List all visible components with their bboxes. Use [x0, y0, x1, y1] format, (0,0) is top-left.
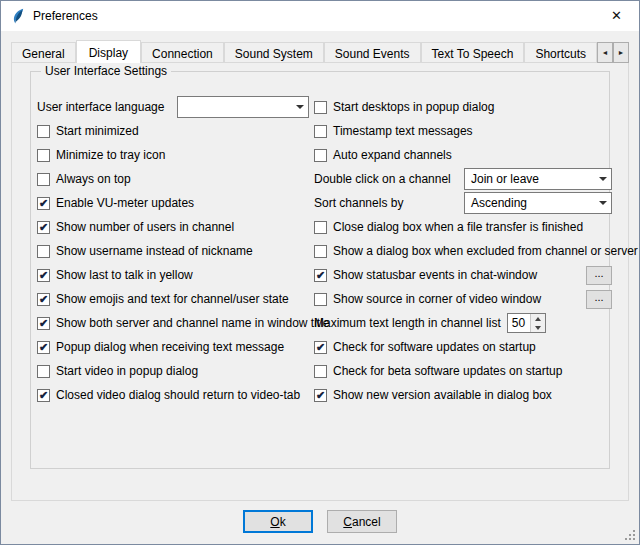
sort-channels-value: Ascending — [465, 196, 594, 210]
checkbox-box — [314, 125, 327, 138]
language-label: User interface language — [37, 100, 164, 114]
max-text-length-row: Maximum text length in channel list 50 — [314, 311, 612, 335]
checkbox-label: Auto expand channels — [333, 148, 452, 162]
checkbox-label: Enable VU-meter updates — [56, 196, 194, 210]
sort-channels-row: Sort channels by Ascending — [314, 191, 612, 215]
right-column: Start desktops in popup dialog Timestamp… — [314, 95, 612, 407]
tab-display[interactable]: Display — [76, 40, 141, 63]
checkbox-vu-meter-updates[interactable]: ✔ Enable VU-meter updates — [37, 191, 309, 215]
checkbox-last-talk-yellow[interactable]: ✔ Show last to talk in yellow — [37, 263, 309, 287]
checkbox-label: Check for software updates on startup — [333, 340, 536, 354]
max-text-length-value: 50 — [508, 314, 530, 332]
checkbox-box — [314, 149, 327, 162]
double-click-value: Join or leave — [465, 172, 594, 186]
tab-text-to-speech[interactable]: Text To Speech — [421, 42, 525, 63]
checkbox-auto-expand-channels[interactable]: Auto expand channels — [314, 143, 612, 167]
checkbox-always-on-top[interactable]: Always on top — [37, 167, 309, 191]
checkbox-label: Start video in popup dialog — [56, 364, 198, 378]
tab-bar: General Display Connection Sound System … — [11, 40, 599, 63]
checkbox-statusbar-events[interactable]: ✔ Show statusbar events in chat-window .… — [314, 263, 612, 287]
tab-general[interactable]: General — [11, 42, 76, 63]
checkbox-show-user-count[interactable]: ✔ Show number of users in channel — [37, 215, 309, 239]
checkbox-timestamp-messages[interactable]: Timestamp text messages — [314, 119, 612, 143]
tab-sound-system[interactable]: Sound System — [224, 42, 324, 63]
statusbar-events-more-button[interactable]: ... — [586, 266, 612, 285]
checkbox-label: Show source in corner of video window — [333, 292, 541, 306]
left-column: User interface language Start minimized … — [37, 95, 309, 407]
ok-button[interactable]: Ok — [243, 510, 313, 533]
checkbox-show-username[interactable]: Show username instead of nickname — [37, 239, 309, 263]
checkbox-box: ✔ — [37, 293, 50, 306]
checkbox-minimize-to-tray[interactable]: Minimize to tray icon — [37, 143, 309, 167]
double-click-label: Double click on a channel — [314, 172, 451, 186]
tab-shortcuts[interactable]: Shortcuts — [524, 42, 597, 63]
language-select[interactable] — [177, 96, 309, 118]
checkbox-label: Show new version available in dialog box — [333, 388, 552, 402]
checkbox-close-on-transfer[interactable]: Close dialog box when a file transfer is… — [314, 215, 612, 239]
checkbox-label: Show emojis and text for channel/user st… — [56, 292, 289, 306]
checkbox-box: ✔ — [37, 317, 50, 330]
chevron-down-icon — [291, 105, 308, 109]
checkbox-label: Show both server and channel name in win… — [56, 316, 330, 330]
checkbox-check-beta-updates[interactable]: Check for beta software updates on start… — [314, 359, 612, 383]
checkbox-label: Show last to talk in yellow — [56, 268, 193, 282]
checkbox-label: Show username instead of nickname — [56, 244, 253, 258]
checkbox-label: Start desktops in popup dialog — [333, 100, 494, 114]
checkbox-desktops-popup[interactable]: Start desktops in popup dialog — [314, 95, 612, 119]
checkbox-video-popup[interactable]: Start video in popup dialog — [37, 359, 309, 383]
double-click-select[interactable]: Join or leave — [464, 168, 612, 190]
tab-sound-events[interactable]: Sound Events — [324, 42, 421, 63]
checkbox-label: Close dialog box when a file transfer is… — [333, 220, 583, 234]
sort-channels-label: Sort channels by — [314, 196, 403, 210]
checkbox-show-emojis[interactable]: ✔ Show emojis and text for channel/user … — [37, 287, 309, 311]
checkbox-label: Minimize to tray icon — [56, 148, 165, 162]
tab-scroll-left-icon[interactable]: ◄ — [597, 42, 613, 63]
ok-button-label: Ok — [270, 515, 285, 529]
checkbox-box — [314, 245, 327, 258]
checkbox-box — [314, 293, 327, 306]
checkbox-box: ✔ — [314, 269, 327, 282]
cancel-button[interactable]: Cancel — [327, 510, 397, 533]
checkbox-box — [37, 365, 50, 378]
tab-connection[interactable]: Connection — [141, 42, 224, 63]
checkbox-box: ✔ — [314, 341, 327, 354]
titlebar[interactable]: Preferences ✕ — [1, 1, 639, 31]
checkbox-closed-video-return[interactable]: ✔ Closed video dialog should return to v… — [37, 383, 309, 407]
checkbox-start-minimized[interactable]: Start minimized — [37, 119, 309, 143]
checkbox-box — [37, 125, 50, 138]
checkbox-box: ✔ — [37, 269, 50, 282]
spin-up-icon[interactable] — [531, 314, 545, 323]
max-text-length-spinner[interactable]: 50 — [507, 313, 546, 333]
checkbox-box — [314, 101, 327, 114]
checkbox-popup-text-message[interactable]: ✔ Popup dialog when receiving text messa… — [37, 335, 309, 359]
tab-scroll-right-icon[interactable]: ► — [613, 42, 629, 63]
language-row: User interface language — [37, 95, 309, 119]
sort-channels-select[interactable]: Ascending — [464, 192, 612, 214]
chevron-down-icon — [594, 177, 611, 181]
checkbox-label: Popup dialog when receiving text message — [56, 340, 284, 354]
checkbox-check-updates[interactable]: ✔ Check for software updates on startup — [314, 335, 612, 359]
checkbox-label: Show a dialog box when excluded from cha… — [333, 244, 638, 258]
video-source-more-button[interactable]: ... — [586, 290, 612, 309]
checkbox-label: Always on top — [56, 172, 131, 186]
checkbox-label: Check for beta software updates on start… — [333, 364, 562, 378]
checkbox-label: Show number of users in channel — [56, 220, 234, 234]
checkbox-video-source-corner[interactable]: Show source in corner of video window ..… — [314, 287, 612, 311]
spin-down-icon[interactable] — [531, 323, 545, 332]
checkbox-box — [37, 173, 50, 186]
close-icon[interactable]: ✕ — [594, 1, 639, 30]
preferences-window: Preferences ✕ General Display Connection… — [0, 0, 640, 545]
checkbox-label: Timestamp text messages — [333, 124, 473, 138]
group-title: User Interface Settings — [41, 64, 171, 78]
checkbox-server-channel-title[interactable]: ✔ Show both server and channel name in w… — [37, 311, 309, 335]
checkbox-box — [314, 365, 327, 378]
cancel-button-label: Cancel — [343, 515, 380, 529]
checkbox-excluded-dialog[interactable]: Show a dialog box when excluded from cha… — [314, 239, 612, 263]
checkbox-new-version-dialog[interactable]: ✔ Show new version available in dialog b… — [314, 383, 612, 407]
checkbox-label: Start minimized — [56, 124, 139, 138]
checkbox-label: Closed video dialog should return to vid… — [56, 388, 300, 402]
checkbox-box: ✔ — [37, 389, 50, 402]
display-tab-panel: User Interface Settings User interface l… — [11, 62, 629, 501]
spinner-arrows — [530, 314, 545, 332]
resize-grip-icon[interactable] — [623, 528, 636, 541]
